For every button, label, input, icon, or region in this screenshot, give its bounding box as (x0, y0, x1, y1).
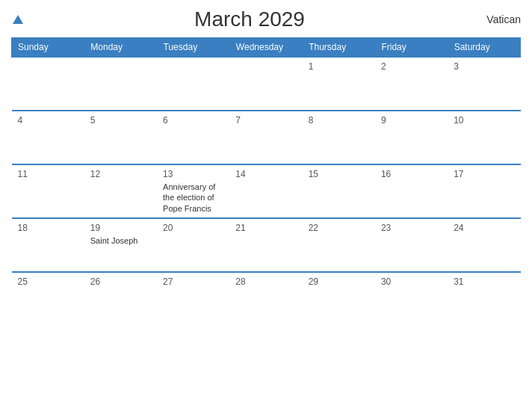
calendar-cell: 6 (157, 111, 229, 164)
day-number: 15 (309, 169, 369, 179)
calendar-cell (157, 57, 229, 111)
col-sunday: Sunday (12, 38, 84, 58)
day-number: 18 (18, 223, 78, 233)
calendar-cell: 31 (448, 272, 520, 326)
day-number: 2 (381, 61, 442, 72)
day-number: 29 (309, 276, 369, 287)
day-number: 28 (235, 276, 296, 287)
day-number: 30 (381, 276, 442, 287)
calendar-cell: 14 (229, 164, 302, 218)
day-number: 26 (90, 276, 151, 287)
calendar-cell: 5 (84, 111, 157, 164)
calendar-week-row: 111213Anniversary of the election of Pop… (12, 164, 521, 218)
calendar-table: Sunday Monday Tuesday Wednesday Thursday… (11, 37, 521, 326)
calendar-week-row: 123 (12, 57, 521, 111)
calendar-cell: 27 (157, 272, 229, 326)
days-header-row: Sunday Monday Tuesday Wednesday Thursday… (12, 38, 521, 58)
event-text: Saint Joseph (90, 236, 138, 245)
day-number: 8 (309, 115, 369, 126)
calendar-cell: 28 (229, 272, 302, 326)
day-number: 25 (18, 276, 78, 287)
day-number: 19 (90, 223, 151, 233)
calendar-cell: 25 (12, 272, 84, 326)
day-number: 17 (454, 169, 514, 179)
calendar-cell: 15 (303, 164, 375, 218)
calendar-cell: 20 (157, 218, 229, 272)
day-number: 4 (18, 115, 78, 126)
calendar-cell (12, 57, 84, 111)
calendar-cell: 11 (12, 164, 84, 218)
calendar-body: 12345678910111213Anniversary of the elec… (12, 57, 521, 326)
day-number: 14 (235, 169, 296, 179)
calendar-cell: 12 (84, 164, 157, 218)
calendar-cell: 7 (229, 111, 302, 164)
col-tuesday: Tuesday (157, 38, 229, 58)
event-text: Anniversary of the election of Pope Fran… (163, 182, 215, 213)
col-thursday: Thursday (303, 38, 375, 58)
calendar-week-row: 25262728293031 (12, 272, 521, 326)
calendar-cell (229, 57, 302, 111)
header: March 2029 Vatican (11, 7, 521, 31)
calendar-cell (84, 57, 157, 111)
day-number: 12 (90, 169, 151, 179)
col-wednesday: Wednesday (229, 38, 302, 58)
calendar-cell: 19Saint Joseph (84, 218, 157, 272)
day-number: 27 (163, 276, 223, 287)
day-number: 10 (454, 115, 514, 126)
calendar-cell: 3 (448, 57, 520, 111)
logo (11, 14, 23, 25)
calendar-cell: 1 (303, 57, 375, 111)
calendar-cell: 17 (448, 164, 520, 218)
calendar-cell: 10 (448, 111, 520, 164)
day-number: 23 (381, 223, 442, 233)
calendar-cell: 23 (375, 218, 448, 272)
calendar-cell: 18 (12, 218, 84, 272)
calendar-cell: 22 (303, 218, 375, 272)
calendar-cell: 21 (229, 218, 302, 272)
calendar-page: March 2029 Vatican Sunday Monday Tuesday… (0, 0, 532, 411)
day-number: 13 (163, 169, 223, 179)
calendar-week-row: 45678910 (12, 111, 521, 164)
day-number: 11 (18, 169, 78, 179)
day-number: 1 (309, 61, 369, 72)
day-number: 5 (90, 115, 151, 126)
col-saturday: Saturday (448, 38, 520, 58)
calendar-cell: 4 (12, 111, 84, 164)
day-number: 31 (454, 276, 514, 287)
day-number: 7 (235, 115, 296, 126)
calendar-cell: 9 (375, 111, 448, 164)
day-number: 9 (381, 115, 442, 126)
day-number: 16 (381, 169, 442, 179)
col-monday: Monday (84, 38, 157, 58)
calendar-cell: 13Anniversary of the election of Pope Fr… (157, 164, 229, 218)
calendar-header: Sunday Monday Tuesday Wednesday Thursday… (12, 38, 521, 58)
location-label: Vatican (476, 13, 521, 25)
calendar-cell: 8 (303, 111, 375, 164)
calendar-cell: 30 (375, 272, 448, 326)
col-friday: Friday (375, 38, 448, 58)
calendar-cell: 16 (375, 164, 448, 218)
day-number: 21 (235, 223, 296, 233)
calendar-title: March 2029 (23, 7, 476, 31)
calendar-week-row: 1819Saint Joseph2021222324 (12, 218, 521, 272)
calendar-cell: 24 (448, 218, 520, 272)
day-number: 22 (309, 223, 369, 233)
calendar-cell: 26 (84, 272, 157, 326)
calendar-cell: 29 (303, 272, 375, 326)
day-number: 24 (454, 223, 514, 233)
day-number: 3 (454, 61, 514, 72)
calendar-cell: 2 (375, 57, 448, 111)
day-number: 6 (163, 115, 223, 126)
day-number: 20 (163, 223, 223, 233)
logo-triangle-icon (13, 15, 23, 24)
